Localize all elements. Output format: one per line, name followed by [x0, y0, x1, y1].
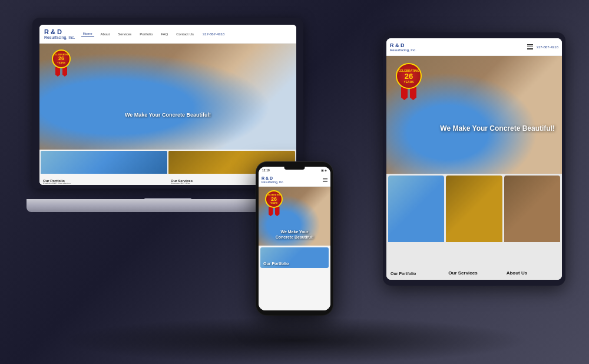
ribbon-badge-laptop: CELEBRATING 26 YEARS: [50, 49, 72, 79]
phone-status-icons: ▣ ◈: [321, 168, 327, 172]
phone-logo: R & D Resurfacing, Inc.: [262, 176, 284, 184]
phone-portfolio-label: Our Portfolio: [263, 262, 289, 266]
ribbon-tail-right-laptop: [62, 67, 67, 77]
ribbon-tail-left-tablet: [401, 87, 408, 100]
phone-logo-top: R & D: [262, 176, 284, 180]
tablet-portfolio-label: Our Portfolio: [391, 272, 416, 276]
nav-about[interactable]: About: [99, 31, 112, 37]
phone-device: 12:19 ▣ ◈ R & D Resurfacing, Inc.: [256, 162, 333, 315]
phone-notch: [284, 167, 305, 170]
ribbon-tails-laptop: [55, 67, 67, 77]
laptop-nav: R & D Resurfacing, Inc. Home About Servi…: [39, 25, 296, 44]
tablet-nav-right: 317-867-4316: [527, 44, 558, 49]
hamburger-icon-tablet[interactable]: [527, 44, 533, 49]
phone-logo-bottom: Resurfacing, Inc.: [262, 180, 284, 184]
tablet-logo: R & D Resurfacing, Inc.: [390, 42, 416, 52]
ribbon-years-number-tablet: 26: [405, 72, 413, 80]
laptop-nav-links: Home About Services Portfolio FAQ Contac…: [81, 31, 292, 37]
phone-hamburger-line-1: [323, 178, 327, 179]
ribbon-tails-phone: [269, 207, 280, 216]
ribbon-circle-laptop: CELEBRATING 26 YEARS: [52, 49, 71, 68]
ribbon-tails-tablet: [401, 87, 416, 100]
ribbon-circle-tablet: CELEBRATING 26 YEARS: [396, 63, 422, 89]
phone-nav: R & D Resurfacing, Inc.: [259, 174, 330, 187]
tablet-screen: R & D Resurfacing, Inc. 317-867-4316: [386, 38, 562, 280]
ribbon-badge-phone: CELEBRATING 26 YEARS: [263, 190, 284, 219]
tablet-device: R & D Resurfacing, Inc. 317-867-4316: [383, 32, 565, 286]
laptop-hero: CELEBRATING 26 YEARS We Make Your Concre…: [39, 44, 296, 150]
tablet-about-card[interactable]: About Us: [504, 176, 560, 278]
background-shadow: [59, 317, 530, 364]
phone-hero-text: We Make YourConcrete Beautiful!: [276, 229, 314, 240]
tablet-logo-top: R & D: [390, 42, 416, 48]
phone-hamburger-line-2: [323, 180, 327, 180]
ribbon-circle-phone: CELEBRATING 26 YEARS: [265, 190, 283, 208]
tablet-services-label: Our Services: [448, 268, 477, 276]
phone-hero: CELEBRATING 26 YEARS We Make YourConcret…: [259, 187, 330, 246]
laptop-nav-phone: 317-867-4316: [203, 32, 224, 36]
tablet-portfolio-img: [388, 176, 444, 242]
nav-contact[interactable]: Contact Us: [174, 31, 196, 37]
ribbon-years-number-phone: 26: [271, 197, 277, 202]
tablet-nav-phone: 317-867-4316: [537, 45, 558, 49]
tablet-services-card[interactable]: Our Services: [446, 176, 502, 278]
ribbon-years-label-tablet: YEARS: [403, 80, 413, 84]
laptop-hero-text: We Make Your Concrete Beautiful!: [125, 112, 211, 118]
laptop-screen: R & D Resurfacing, Inc. Home About Servi…: [39, 25, 296, 185]
tablet-portfolio-card[interactable]: Our Portfolio: [388, 176, 444, 278]
tablet-logo-bottom: Resurfacing, Inc.: [390, 48, 416, 52]
phone-time: 12:19: [262, 168, 270, 172]
phone-hamburger-line-3: [323, 181, 327, 182]
nav-portfolio[interactable]: Portfolio: [138, 31, 154, 37]
phone-frame: 12:19 ▣ ◈ R & D Resurfacing, Inc.: [256, 162, 333, 315]
ribbon-years-label-laptop: YEARS: [57, 61, 65, 64]
ribbon-tail-right-tablet: [410, 87, 416, 100]
laptop-logo: R & D Resurfacing, Inc.: [44, 28, 75, 39]
ribbon-years-number-laptop: 26: [58, 56, 64, 61]
hamburger-icon-phone[interactable]: [323, 178, 327, 182]
tablet-services-img: [446, 176, 502, 242]
nav-services[interactable]: Services: [116, 31, 133, 37]
nav-faq[interactable]: FAQ: [159, 31, 170, 37]
ribbon-badge-tablet: CELEBRATING 26 YEARS: [393, 63, 424, 103]
tablet-cards-section: Our Portfolio Our Services About Us: [386, 174, 562, 280]
tablet-hero: CELEBRATING 26 YEARS We Make Your Concre…: [386, 56, 562, 174]
tablet-about-img: [504, 176, 560, 242]
ribbon-tail-right-phone: [275, 207, 280, 216]
tablet-nav: R & D Resurfacing, Inc. 317-867-4316: [386, 38, 562, 56]
phone-screen: 12:19 ▣ ◈ R & D Resurfacing, Inc.: [259, 167, 330, 310]
nav-home[interactable]: Home: [81, 31, 94, 37]
hamburger-line-1: [527, 44, 533, 45]
hamburger-line-2: [527, 47, 533, 48]
laptop-portfolio-card[interactable]: Our Portfolio Portfolio R&D Resurfacing: [41, 151, 167, 184]
ribbon-years-label-phone: YEARS: [270, 202, 277, 204]
laptop-logo-bottom: Resurfacing, Inc.: [44, 35, 75, 39]
website-laptop: R & D Resurfacing, Inc. Home About Servi…: [39, 25, 296, 185]
hamburger-line-3: [527, 48, 533, 49]
laptop-services-sublabel: Services R&D Res...: [171, 182, 192, 184]
phone-bottom: Our Portfolio: [259, 246, 330, 310]
laptop-portfolio-card-img: [41, 151, 167, 174]
tablet-frame: R & D Resurfacing, Inc. 317-867-4316: [383, 32, 565, 286]
hero-pool-bg: [39, 44, 296, 150]
ribbon-tail-left-laptop: [55, 67, 60, 77]
phone-portfolio-card[interactable]: Our Portfolio: [260, 247, 329, 268]
laptop-logo-top: R & D: [44, 28, 75, 35]
ribbon-tail-left-phone: [269, 207, 273, 216]
tablet-about-label: About Us: [507, 268, 528, 276]
laptop-portfolio-sublabel: Portfolio R&D Resurfacing: [43, 182, 71, 184]
tablet-hero-text: We Make Your Concrete Beautiful!: [440, 124, 555, 133]
